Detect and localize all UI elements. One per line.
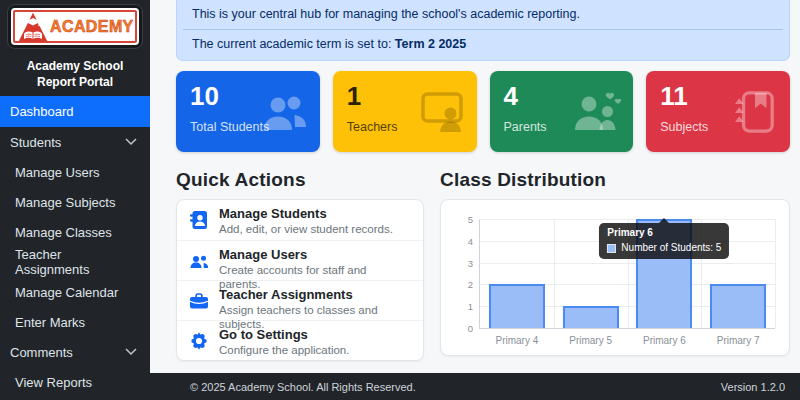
- stat-card-total-students[interactable]: 10 Total Students: [176, 71, 320, 152]
- x-gridline: [554, 219, 555, 328]
- sidebar-item-students[interactable]: Students: [0, 127, 150, 157]
- alert-line1: This is your central hub for managing th…: [192, 7, 774, 22]
- chalkboard-teacher-icon: [418, 91, 466, 133]
- portal-title: Academy School Report Portal: [0, 51, 150, 96]
- sidebar-nav: Dashboard Students Manage Users Manage S…: [0, 96, 150, 397]
- chart-bar-primary-4[interactable]: [489, 284, 545, 328]
- y-tick-label: 5: [468, 214, 473, 225]
- tooltip-value: Number of Students: 5: [621, 242, 721, 254]
- sidebar-item-teacher-assignments[interactable]: Teacher Assignments: [0, 247, 150, 277]
- quick-action-teacher-assignments[interactable]: Teacher Assignments Assign teachers to c…: [177, 280, 423, 320]
- y-tick-label: 4: [468, 235, 473, 246]
- address-book-icon: [189, 210, 209, 230]
- app-window: ACADEMY Academy School Report Portal Das…: [0, 0, 800, 400]
- main-content: This is your central hub for managing th…: [150, 0, 800, 373]
- x-tick-label: Primary 7: [717, 335, 760, 346]
- quick-action-title: Go to Settings: [219, 326, 349, 343]
- current-term: Term 2 2025: [395, 37, 466, 51]
- sidebar: ACADEMY Academy School Report Portal Das…: [0, 0, 150, 400]
- sidebar-item-manage-classes[interactable]: Manage Classes: [0, 217, 150, 247]
- sidebar-item-enter-marks[interactable]: Enter Marks: [0, 307, 150, 337]
- tooltip-series-swatch: [607, 244, 616, 253]
- sidebar-item-manage-calendar[interactable]: Manage Calendar: [0, 277, 150, 307]
- logo-wordmark: ACADEMY: [50, 18, 134, 36]
- chart-bar-primary-5[interactable]: [563, 306, 619, 328]
- quick-actions-panel: Manage Students Add, edit, or view stude…: [176, 199, 424, 361]
- stat-cards: 10 Total Students 1 Teachers: [176, 71, 790, 152]
- sidebar-item-dashboard[interactable]: Dashboard: [0, 96, 150, 127]
- sidebar-item-manage-users[interactable]: Manage Users: [0, 157, 150, 187]
- users-icon: [189, 251, 209, 271]
- sidebar-item-manage-subjects[interactable]: Manage Subjects: [0, 187, 150, 217]
- quick-actions-section: Quick Actions Manage Students: [176, 169, 424, 361]
- stat-card-subjects[interactable]: 11 Subjects: [646, 71, 790, 152]
- briefcase-icon: [189, 291, 209, 311]
- alert-line2: The current academic term is set to: Ter…: [192, 37, 774, 52]
- dashboard-sections: Quick Actions Manage Students: [176, 169, 790, 361]
- quick-action-desc: Configure the application.: [219, 343, 349, 357]
- tooltip-title: Primary 6: [607, 227, 721, 239]
- x-tick-label: Primary 6: [643, 335, 686, 346]
- quick-action-manage-students[interactable]: Manage Students Add, edit, or view stude…: [177, 200, 423, 240]
- y-tick-label: 0: [468, 323, 473, 334]
- gear-icon: [189, 331, 209, 351]
- quick-action-title: Manage Users: [219, 246, 411, 263]
- book-bookmark-icon: [731, 91, 779, 133]
- y-tick-label: 1: [468, 301, 473, 312]
- quick-actions-title: Quick Actions: [176, 169, 424, 191]
- school-logo[interactable]: ACADEMY: [7, 4, 143, 49]
- stat-card-teachers[interactable]: 1 Teachers: [333, 71, 477, 152]
- alert-divider: [183, 29, 783, 30]
- class-distribution-chart: Primary 6 Number of Students: 5 012345Pr…: [440, 199, 790, 356]
- class-distribution-section: Class Distribution Primary 6 Number of S…: [440, 169, 790, 361]
- chart-plot: Primary 6 Number of Students: 5 012345Pr…: [479, 219, 775, 329]
- family-hearts-icon: [574, 91, 622, 133]
- info-alert: This is your central hub for managing th…: [176, 0, 790, 61]
- class-distribution-title: Class Distribution: [440, 169, 790, 191]
- chart-bar-primary-7[interactable]: [710, 284, 766, 328]
- chart-tooltip: Primary 6 Number of Students: 5: [599, 223, 729, 259]
- x-tick-label: Primary 5: [569, 335, 612, 346]
- tooltip-caret: [659, 218, 669, 223]
- graduation-book-icon: [18, 12, 48, 42]
- footer-version: Version 1.2.0: [721, 381, 785, 393]
- quick-action-title: Teacher Assignments: [219, 286, 411, 303]
- users-icon: [261, 91, 309, 133]
- x-tick-label: Primary 4: [495, 335, 538, 346]
- y-tick-label: 3: [468, 257, 473, 268]
- x-gridline: [775, 219, 776, 328]
- chevron-down-icon: [125, 348, 137, 356]
- footer: © 2025 Academy School. All Rights Reserv…: [150, 373, 800, 400]
- quick-action-desc: Add, edit, or view student records.: [219, 222, 393, 236]
- quick-action-title: Manage Students: [219, 205, 393, 222]
- chevron-down-icon: [125, 138, 137, 146]
- stat-card-parents[interactable]: 4 Parents: [490, 71, 634, 152]
- main-area: This is your central hub for managing th…: [150, 0, 800, 400]
- footer-copyright: © 2025 Academy School. All Rights Reserv…: [190, 381, 416, 393]
- sidebar-item-view-reports[interactable]: View Reports: [0, 367, 150, 397]
- quick-action-manage-users[interactable]: Manage Users Create accounts for staff a…: [177, 240, 423, 280]
- sidebar-item-comments[interactable]: Comments: [0, 337, 150, 367]
- y-tick-label: 2: [468, 279, 473, 290]
